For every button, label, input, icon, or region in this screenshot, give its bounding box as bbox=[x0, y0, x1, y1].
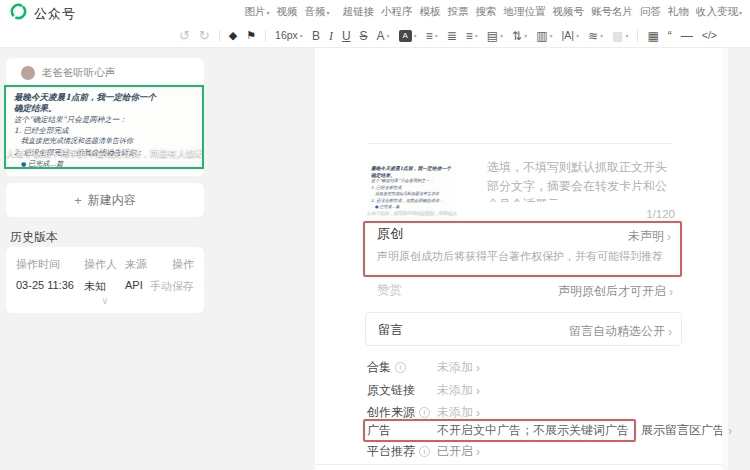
strikethrough-button[interactable]: S bbox=[360, 30, 368, 42]
table-button[interactable]: ▦ bbox=[647, 30, 658, 42]
row-source-link[interactable]: 原文链接 未添加› bbox=[367, 382, 684, 398]
note-line: 这个“确定结果”只会是两种之一： bbox=[14, 114, 194, 125]
history-row-time: 03-25 11:36 bbox=[16, 279, 74, 291]
row-reward[interactable]: 赞赏 声明原创后才可开启› bbox=[367, 280, 679, 298]
row-original[interactable]: 原创 声明原创成功后将获得平台著作权保护，并有可能得到推荐 未声明› bbox=[367, 225, 677, 273]
letter-spacing-button[interactable]: |A|▾ bbox=[562, 30, 579, 41]
history-expand-chevron-icon[interactable]: ∨ bbox=[6, 295, 204, 306]
reward-value: 声明原创后才可开启 bbox=[558, 283, 666, 300]
menu-item-template[interactable]: 模板 bbox=[419, 5, 440, 19]
chevron-down-icon: ▾ bbox=[414, 33, 417, 39]
account-avatar bbox=[21, 66, 35, 80]
code-button[interactable]: </> bbox=[702, 30, 717, 41]
menu-item-image[interactable]: 图片▾ bbox=[244, 5, 269, 19]
format-painter-icon[interactable]: ◆ bbox=[229, 30, 237, 41]
original-value: 未声明 bbox=[628, 228, 664, 245]
menu-item-monetization[interactable]: 收入变现▾ bbox=[696, 5, 742, 19]
highlight-color-button[interactable]: A▾ bbox=[399, 30, 417, 42]
platform-recommend-title: 平台推荐 bbox=[367, 443, 415, 460]
original-desc: 声明原创成功后将获得平台著作权保护，并有可能得到推荐 bbox=[367, 249, 677, 264]
menu-item-search[interactable]: 搜索 bbox=[475, 5, 496, 19]
menu-item-vote[interactable]: 投票 bbox=[447, 5, 468, 19]
menu-item-gift[interactable]: 礼物 bbox=[668, 5, 689, 19]
chevron-down-icon: ▾ bbox=[435, 33, 438, 39]
platform-recommend-value: 已开启 bbox=[437, 443, 473, 460]
unordered-list-button[interactable]: ≣ bbox=[447, 30, 457, 42]
chevron-down-icon: ▾ bbox=[326, 9, 329, 16]
summary-char-counter: 1/120 bbox=[646, 208, 675, 220]
clear-format-icon[interactable]: ⚑ bbox=[246, 30, 256, 41]
menu-item-mini-program[interactable]: 小程序 bbox=[381, 5, 413, 19]
ad-title: 广告 bbox=[367, 422, 391, 439]
ad-value: 不开启文中广告；不展示关键词广告；展示留言区广告 bbox=[437, 422, 725, 439]
menu-item-qa[interactable]: 问答 bbox=[640, 5, 661, 19]
note-line: 最晚今天凌晨1点前，我一定给你一个 bbox=[371, 165, 453, 172]
row-platform-recommend[interactable]: 平台推荐i 已开启› bbox=[367, 443, 684, 459]
summary-field-wrap: 1/120 bbox=[487, 158, 677, 220]
history-row-source: API bbox=[125, 279, 143, 291]
info-icon: i bbox=[419, 446, 430, 457]
font-color-button[interactable]: A▾ bbox=[377, 30, 390, 42]
selected-cover-image[interactable]: 最晚今天凌晨1点前，我一定给你一个 确定结果。 这个“确定结果”只会是两种之一：… bbox=[4, 85, 204, 169]
bullet-icon: ● bbox=[21, 160, 26, 167]
list-style-button[interactable]: ≋▾ bbox=[588, 30, 603, 42]
row-creation-source[interactable]: 创作来源i 未添加› bbox=[367, 404, 684, 420]
blockquote-button[interactable]: “ bbox=[668, 30, 672, 42]
source-link-value: 未添加 bbox=[437, 382, 473, 399]
bullet-icon: ● bbox=[375, 204, 379, 209]
chevron-right-icon: › bbox=[476, 384, 480, 398]
scrollbar-track[interactable] bbox=[722, 48, 728, 470]
divider-button[interactable]: — bbox=[681, 30, 693, 42]
menu-item-hyperlink[interactable]: 超链接 bbox=[342, 5, 374, 19]
menu-item-channels[interactable]: 视频号 bbox=[552, 5, 584, 19]
row-ad[interactable]: 广告 不开启文中广告；不展示关键词广告；展示留言区广告› bbox=[367, 422, 684, 438]
new-content-button[interactable]: + 新建内容 bbox=[6, 183, 204, 217]
format-toolbar: ↺ ↻ ◆ ⚑ 16px▾ B I U S A▾ A▾ ≡▾ ≣ ≡▾ ▤▾ ⇅… bbox=[0, 24, 750, 48]
menu-item-video[interactable]: 视频 bbox=[276, 5, 297, 19]
insert-menu: 图片▾ 视频 音频▾ 超链接 小程序 模板 投票 搜索 地理位置 视频号 账号名… bbox=[244, 0, 742, 24]
highlight-swatch: A bbox=[399, 30, 412, 42]
wechat-official-logo-icon bbox=[10, 3, 27, 24]
note-line: 1. 已经全部完成 bbox=[14, 125, 194, 136]
reward-title: 赞赏 bbox=[367, 283, 402, 297]
note-line: ●已完成…篇 bbox=[371, 204, 453, 211]
history-row-action-link[interactable]: 手动保存 bbox=[150, 279, 194, 294]
new-content-label: 新建内容 bbox=[88, 192, 136, 209]
toolbar-separator bbox=[637, 30, 638, 42]
info-icon: i bbox=[395, 362, 406, 373]
source-link-title: 原文链接 bbox=[367, 382, 415, 399]
media-align-button[interactable]: ▤▾ bbox=[487, 30, 503, 42]
chevron-down-icon: ▾ bbox=[576, 33, 579, 39]
line-height-button[interactable]: ⇅▾ bbox=[512, 30, 527, 42]
chevron-right-icon: › bbox=[476, 445, 480, 459]
italic-button[interactable]: I bbox=[329, 30, 333, 42]
collection-title: 合集 bbox=[367, 359, 391, 376]
summary-input[interactable] bbox=[487, 158, 677, 202]
history-table-card: 操作时间 操作人 来源 操作 03-25 11:36 未知 API 手动保存 ∨ bbox=[6, 247, 204, 313]
history-col-source: 来源 bbox=[125, 257, 147, 272]
top-bar: 公众号 图片▾ 视频 音频▾ 超链接 小程序 模板 投票 搜索 地理位置 视频号… bbox=[0, 0, 750, 24]
menu-item-audio[interactable]: 音频▾ bbox=[304, 5, 329, 19]
creation-source-value: 未添加 bbox=[437, 404, 473, 421]
menu-item-name-card[interactable]: 账号名片 bbox=[591, 5, 633, 19]
plus-icon: + bbox=[74, 193, 82, 208]
note-line: 最晚今天凌晨1点前，我一定给你一个 bbox=[14, 92, 194, 103]
underline-button[interactable]: U bbox=[342, 30, 351, 42]
redo-icon[interactable]: ↻ bbox=[199, 29, 210, 42]
row-collection[interactable]: 合集i 未添加› bbox=[367, 359, 684, 375]
font-size-select[interactable]: 16px▾ bbox=[275, 30, 303, 41]
history-col-action: 操作 bbox=[172, 257, 194, 272]
indent-button[interactable]: ▥▾ bbox=[536, 30, 552, 42]
align-button[interactable]: ≡▾ bbox=[426, 30, 438, 42]
more-format-button[interactable]: ▩▾ bbox=[612, 30, 628, 42]
bold-button[interactable]: B bbox=[312, 30, 320, 42]
undo-icon[interactable]: ↺ bbox=[179, 29, 190, 42]
chevron-down-icon: ▾ bbox=[524, 33, 527, 39]
brand-logo[interactable]: 公众号 bbox=[10, 3, 76, 24]
row-comment[interactable]: 留言 留言自动精选公开› bbox=[365, 312, 682, 346]
menu-item-location[interactable]: 地理位置 bbox=[503, 5, 545, 19]
cover-thumbnail[interactable]: 最晚今天凌晨1点前，我一定给你一个 确定结果。 这个“确定结果”只会是两种之一：… bbox=[367, 162, 457, 219]
ordered-list-button[interactable]: ≡▾ bbox=[466, 30, 478, 42]
section-divider bbox=[315, 464, 722, 465]
chevron-down-icon: ▾ bbox=[500, 33, 503, 39]
